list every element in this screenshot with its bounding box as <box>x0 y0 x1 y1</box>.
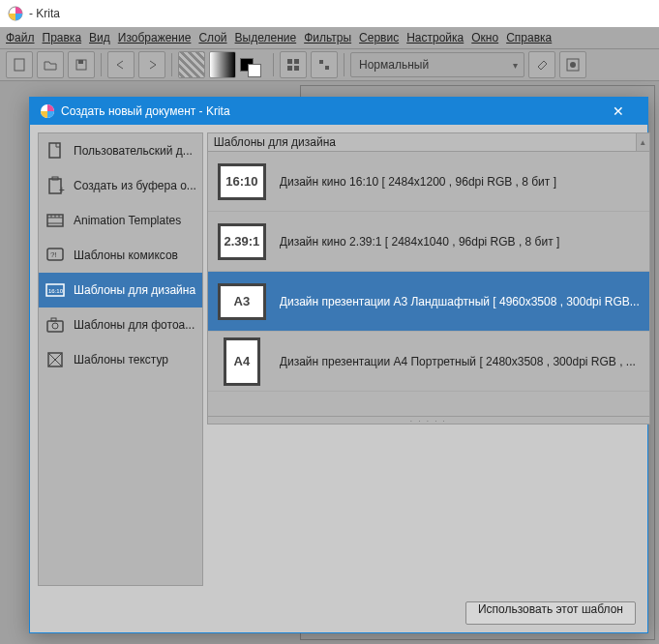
template-thumb: A4 <box>224 337 260 386</box>
toolbar-sep <box>171 53 172 76</box>
menubar: Файл Правка Вид Изображение Слой Выделен… <box>0 27 659 48</box>
titlebar: - Krita <box>0 0 659 27</box>
dialog-titlebar: Создать новый документ - Krita ✕ <box>30 98 647 125</box>
bg-color[interactable] <box>248 64 261 77</box>
menu-settings[interactable]: Настройка <box>406 31 464 44</box>
template-thumb: 16:10 <box>218 163 266 200</box>
new-doc-button[interactable] <box>6 51 33 78</box>
category-item[interactable]: Пользовательский д... <box>39 133 202 168</box>
svg-rect-5 <box>294 59 299 64</box>
category-label: Создать из буфера о... <box>74 179 196 192</box>
window-title: - Krita <box>29 7 60 20</box>
category-label: Шаблоны комиксов <box>74 249 178 262</box>
scroll-up-icon[interactable]: ▲ <box>636 133 649 151</box>
category-label: Шаблоны для фотоа... <box>74 318 195 332</box>
main-window: - Krita Файл Правка Вид Изображение Слой… <box>0 0 659 644</box>
menu-view[interactable]: Вид <box>89 31 110 44</box>
blend-mode-label: Нормальный <box>359 58 429 72</box>
svg-rect-3 <box>78 60 83 64</box>
category-item[interactable]: Шаблоны для фотоа... <box>39 307 202 342</box>
color-swatches[interactable] <box>240 58 267 72</box>
menu-window[interactable]: Окно <box>471 31 498 44</box>
resize-grip[interactable]: · · · · · <box>207 417 650 424</box>
template-label: Дизайн презентации A3 Ландшафтный [ 4960… <box>280 295 640 308</box>
menu-edit[interactable]: Правка <box>43 31 82 44</box>
svg-text:?!: ?! <box>50 250 57 259</box>
template-thumb: A3 <box>218 283 266 320</box>
category-icon <box>45 314 66 336</box>
svg-point-28 <box>52 323 58 329</box>
menu-help[interactable]: Справка <box>506 31 552 44</box>
menu-layer[interactable]: Слой <box>198 31 226 44</box>
menu-select[interactable]: Выделение <box>235 31 297 44</box>
menu-filters[interactable]: Фильтры <box>304 31 351 44</box>
section-header-label: Шаблоны для дизайна <box>214 135 336 149</box>
template-item[interactable]: 16:10Дизайн кино 16:10 [ 2484x1200 , 96d… <box>208 152 649 212</box>
eraser-toggle[interactable] <box>528 51 555 78</box>
svg-rect-13 <box>49 143 60 158</box>
alpha-lock-button[interactable] <box>559 51 586 78</box>
template-item[interactable]: A4Дизайн презентации A4 Портретный [ 248… <box>208 332 649 392</box>
template-list: 16:10Дизайн кино 16:10 [ 2484x1200 , 96d… <box>207 152 650 417</box>
category-item[interactable]: Animation Templates <box>39 203 202 238</box>
dialog-footer: Использовать этот шаблон <box>30 594 647 632</box>
category-item[interactable]: 16:10Шаблоны для дизайна <box>39 273 202 307</box>
category-icon <box>45 140 66 161</box>
template-label: Дизайн кино 2.39:1 [ 2484x1040 , 96dpi R… <box>280 235 640 249</box>
svg-rect-29 <box>51 318 56 321</box>
redo-button[interactable] <box>138 51 165 78</box>
template-item[interactable]: A3Дизайн презентации A3 Ландшафтный [ 49… <box>208 272 649 332</box>
open-button[interactable] <box>37 51 64 78</box>
category-label: Шаблоны для дизайна <box>74 283 195 297</box>
svg-rect-1 <box>15 59 24 71</box>
right-pane: Шаблоны для дизайна ▲ 16:10Дизайн кино 1… <box>207 132 650 586</box>
template-label: Дизайн кино 16:10 [ 2484x1200 , 96dpi RG… <box>280 175 640 189</box>
dialog-title-text: Создать новый документ - Krita <box>61 104 230 118</box>
svg-text:+: + <box>59 185 65 195</box>
category-label: Пользовательский д... <box>74 144 193 158</box>
blend-mode-combo[interactable]: Нормальный <box>350 52 524 77</box>
dialog-app-icon <box>40 103 55 119</box>
svg-rect-9 <box>325 66 329 70</box>
dialog-body: Пользовательский д...+Создать из буфера … <box>30 125 647 594</box>
svg-point-11 <box>570 62 576 68</box>
app-icon <box>8 6 23 21</box>
menu-tools[interactable]: Сервис <box>359 31 399 44</box>
svg-rect-8 <box>319 60 323 64</box>
category-item[interactable]: Шаблоны текстур <box>39 342 202 377</box>
svg-rect-4 <box>287 59 292 64</box>
brush-presets-button[interactable] <box>280 51 307 78</box>
category-icon: 16:10 <box>45 279 66 301</box>
template-thumb: 2.39:1 <box>218 223 266 260</box>
svg-text:16:10: 16:10 <box>48 288 64 294</box>
menu-image[interactable]: Изображение <box>118 31 192 44</box>
menu-file[interactable]: Файл <box>6 31 35 44</box>
category-item[interactable]: +Создать из буфера о... <box>39 168 202 203</box>
template-label: Дизайн презентации A4 Портретный [ 2480x… <box>280 355 640 368</box>
use-template-button[interactable]: Использовать этот шаблон <box>465 601 636 625</box>
svg-rect-7 <box>294 66 299 71</box>
category-item[interactable]: ?!Шаблоны комиксов <box>39 238 202 273</box>
pattern-button[interactable] <box>178 51 205 78</box>
category-icon: + <box>45 175 66 196</box>
section-header: Шаблоны для дизайна ▲ <box>207 132 650 152</box>
toolbar-sep <box>273 53 274 76</box>
brush-editor-button[interactable] <box>311 51 338 78</box>
save-button[interactable] <box>68 51 95 78</box>
template-item[interactable]: 2.39:1Дизайн кино 2.39:1 [ 2484x1040 , 9… <box>208 212 649 272</box>
toolbar-sep <box>344 53 344 76</box>
category-icon <box>45 210 66 231</box>
toolbar-sep <box>101 53 102 76</box>
toolbar: Нормальный <box>0 48 659 81</box>
gradient-button[interactable] <box>209 51 236 78</box>
category-label: Шаблоны текстур <box>74 353 168 366</box>
undo-button[interactable] <box>107 51 135 78</box>
category-list: Пользовательский д...+Создать из буфера … <box>38 132 203 586</box>
category-icon <box>45 349 66 370</box>
svg-rect-6 <box>287 66 292 71</box>
dialog-close-button[interactable]: ✕ <box>599 103 638 119</box>
category-icon: ?! <box>45 245 66 266</box>
new-document-dialog: Создать новый документ - Krita ✕ Пользов… <box>29 97 648 633</box>
category-label: Animation Templates <box>74 214 181 227</box>
